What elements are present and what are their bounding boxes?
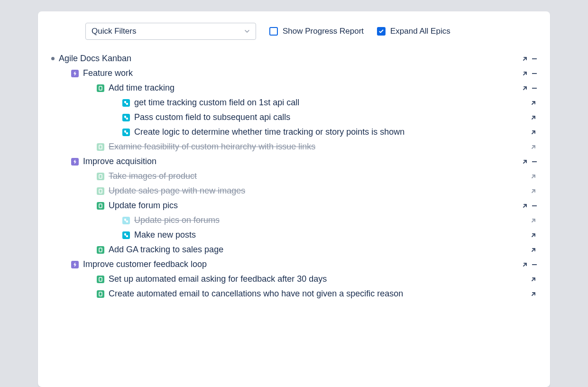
- tree-row-label: Update forum pics: [109, 198, 178, 213]
- content-card: Quick Filters Show Progress Report Expan…: [38, 11, 550, 387]
- tree-row[interactable]: Pass custom field to subsequent api call…: [51, 110, 537, 125]
- collapse-icon[interactable]: [532, 88, 537, 89]
- svg-rect-6: [126, 132, 128, 134]
- tree-row[interactable]: Create automated email to cancellations …: [51, 286, 537, 301]
- story-icon: [97, 84, 104, 92]
- row-actions: [530, 114, 537, 121]
- tree-row[interactable]: Add time tracking: [51, 81, 537, 95]
- open-externally-icon[interactable]: [530, 291, 537, 297]
- epic-icon: [71, 158, 79, 166]
- svg-rect-0: [99, 86, 102, 90]
- story-icon: [97, 246, 104, 254]
- tree-row[interactable]: Feature work: [51, 66, 537, 81]
- issue-tree: Agile Docs KanbanFeature workAdd time tr…: [51, 51, 537, 301]
- tree-row[interactable]: Add GA tracking to sales page: [51, 242, 537, 257]
- tree-row[interactable]: Improve customer feedback loop: [51, 257, 537, 272]
- story-icon: [97, 202, 104, 210]
- svg-rect-2: [126, 103, 128, 105]
- svg-rect-16: [99, 277, 102, 281]
- open-externally-icon[interactable]: [530, 247, 537, 253]
- svg-rect-14: [126, 235, 128, 237]
- chevron-down-icon: [244, 28, 250, 34]
- tree-row-label: Improve customer feedback loop: [83, 257, 207, 272]
- open-externally-icon[interactable]: [522, 55, 528, 62]
- row-actions: [530, 276, 537, 283]
- row-actions: [522, 85, 537, 92]
- tree-row-label: get time tracking custom field on 1st ap…: [134, 95, 299, 110]
- tree-row-label: Take images of product: [109, 169, 197, 184]
- subtask-icon: [122, 217, 130, 224]
- collapse-icon[interactable]: [532, 58, 537, 59]
- open-externally-icon[interactable]: [530, 232, 537, 239]
- tree-row-label: Make new posts: [134, 228, 196, 242]
- svg-rect-11: [124, 219, 126, 221]
- open-externally-icon[interactable]: [530, 114, 537, 121]
- collapse-icon[interactable]: [532, 161, 537, 162]
- row-actions: [530, 232, 537, 239]
- show-progress-label: Show Progress Report: [283, 27, 364, 36]
- tree-row-label: Update sales page with new images: [109, 184, 245, 198]
- checkbox-unchecked-icon: [269, 27, 278, 36]
- row-actions: [522, 158, 537, 165]
- quick-filters-label: Quick Filters: [92, 27, 136, 36]
- story-icon: [97, 187, 104, 195]
- tree-row[interactable]: Examine feasibility of custom heirarchy …: [51, 139, 537, 154]
- collapse-icon[interactable]: [532, 205, 537, 206]
- show-progress-checkbox[interactable]: Show Progress Report: [269, 27, 364, 36]
- open-externally-icon[interactable]: [522, 70, 528, 77]
- tree-row-label: Pass custom field to subsequent api call…: [134, 110, 290, 125]
- row-actions: [530, 144, 537, 150]
- row-actions: [530, 173, 537, 180]
- svg-rect-1: [124, 101, 126, 103]
- svg-rect-15: [99, 248, 102, 252]
- story-icon: [97, 173, 104, 180]
- svg-rect-8: [99, 175, 102, 178]
- open-externally-icon[interactable]: [522, 261, 528, 268]
- row-actions: [522, 55, 537, 62]
- svg-rect-7: [99, 145, 102, 149]
- open-externally-icon[interactable]: [530, 188, 537, 194]
- subtask-icon: [122, 99, 130, 107]
- open-externally-icon[interactable]: [530, 100, 537, 106]
- collapse-icon[interactable]: [532, 264, 537, 265]
- row-actions: [530, 129, 537, 136]
- open-externally-icon[interactable]: [522, 203, 528, 209]
- open-externally-icon[interactable]: [530, 144, 537, 150]
- svg-rect-12: [126, 221, 128, 222]
- svg-rect-13: [124, 233, 126, 235]
- open-externally-icon[interactable]: [530, 276, 537, 283]
- open-externally-icon[interactable]: [530, 173, 537, 180]
- row-actions: [530, 188, 537, 194]
- open-externally-icon[interactable]: [530, 217, 537, 224]
- tree-row[interactable]: Make new posts: [51, 228, 537, 242]
- open-externally-icon[interactable]: [522, 85, 528, 92]
- expand-all-label: Expand All Epics: [390, 27, 450, 36]
- tree-row-label: Add GA tracking to sales page: [109, 242, 223, 257]
- tree-row-label: Improve acquisition: [83, 154, 156, 169]
- tree-row[interactable]: Update sales page with new images: [51, 184, 537, 198]
- tree-row-label: Examine feasibility of custom heirarchy …: [109, 139, 315, 154]
- open-externally-icon[interactable]: [522, 158, 528, 165]
- row-actions: [530, 217, 537, 224]
- tree-row[interactable]: Take images of product: [51, 169, 537, 184]
- tree-row[interactable]: Agile Docs Kanban: [51, 51, 537, 66]
- story-icon: [97, 143, 104, 151]
- tree-row[interactable]: Update pics on forums: [51, 213, 537, 228]
- tree-row[interactable]: Set up automated email asking for feedba…: [51, 272, 537, 286]
- row-actions: [522, 261, 537, 268]
- subtask-icon: [122, 231, 130, 239]
- tree-row[interactable]: Update forum pics: [51, 198, 537, 213]
- tree-row[interactable]: Create logic to determine whether time t…: [51, 125, 537, 139]
- expand-all-checkbox[interactable]: Expand All Epics: [377, 27, 450, 36]
- svg-rect-3: [124, 116, 126, 118]
- tree-row-label: Set up automated email asking for feedba…: [109, 272, 327, 286]
- subtask-icon: [122, 114, 130, 121]
- quick-filters-select[interactable]: Quick Filters: [85, 23, 256, 40]
- collapse-icon[interactable]: [532, 73, 537, 74]
- row-actions: [522, 70, 537, 77]
- open-externally-icon[interactable]: [530, 129, 537, 136]
- tree-row-label: Create automated email to cancellations …: [109, 286, 403, 301]
- tree-row[interactable]: get time tracking custom field on 1st ap…: [51, 95, 537, 110]
- tree-row[interactable]: Improve acquisition: [51, 154, 537, 169]
- tree-row-label: Agile Docs Kanban: [59, 51, 131, 66]
